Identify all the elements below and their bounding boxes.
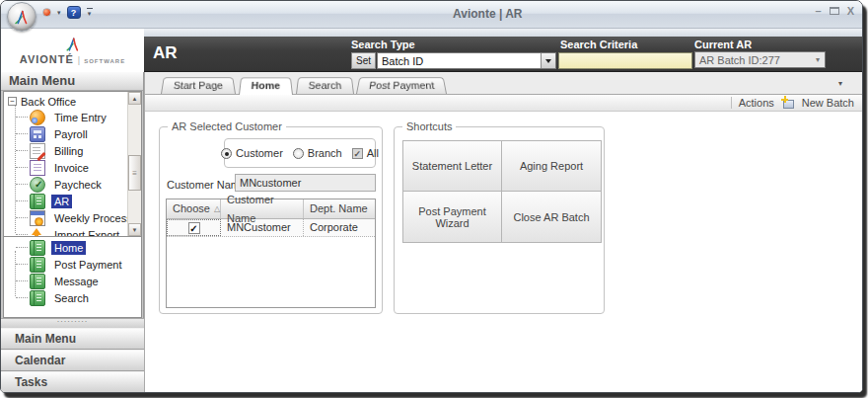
sidebar-item-message[interactable]: Message [4,273,141,289]
weekly-process-icon [30,210,45,226]
tree-root-back-office[interactable]: − Back Office [4,94,126,109]
actions-button[interactable]: Actions [739,97,774,109]
sidebar-item-search[interactable]: Search [4,289,141,306]
panel-tasks[interactable]: Tasks [1,371,144,393]
avionte-logo-icon [62,37,84,52]
sidebar-item-label: Message [51,275,102,288]
panel-main-menu[interactable]: Main Menu [1,328,144,350]
table-row[interactable]: ✓ MNCustomer Corporate [167,219,375,237]
radio-unselected-icon[interactable] [293,148,304,159]
column-header-choose[interactable]: Choose △ [167,199,221,218]
all-checkbox-label: All [367,147,379,159]
all-checkbox[interactable]: ✓ All [352,147,379,159]
current-ar-dropdown[interactable]: AR Batch ID:277 ▾ [694,51,826,68]
sidebar-item-label: Search [51,291,92,305]
window-controls: – X [816,5,854,17]
shortcut-buttons: Statement Letter Aging Report Post Payme… [402,140,602,243]
choose-cell[interactable]: ✓ [167,219,221,236]
column-header-label: Choose [173,199,210,218]
checkbox-checked-icon[interactable]: ✓ [188,222,200,234]
sidebar: Main Menu − Back Office Time Entry Payro… [1,72,144,393]
sidebar-splitter[interactable] [1,318,144,328]
tab-search[interactable]: Search [296,77,354,94]
statement-letter-button[interactable]: Statement Letter [402,140,502,192]
chevron-down-icon[interactable]: ▾ [57,9,61,16]
sidebar-item-home[interactable]: Home [4,239,141,256]
sidebar-item-label: Invoice [51,161,92,175]
search-type-dropdown[interactable]: Batch ID [377,52,556,69]
quick-access-toolbar: ▾ ? ▾ [42,6,93,19]
column-header-dept-name[interactable]: Dept. Name [304,199,375,218]
sidebar-item-payroll[interactable]: Payroll [4,125,126,142]
close-ar-batch-button[interactable]: Close AR Batch [501,191,602,243]
panel-calendar[interactable]: Calendar [1,350,144,371]
customer-radio[interactable]: Customer [221,147,283,159]
application-orb-button[interactable] [7,2,36,32]
group-title: AR Selected Customer [168,120,286,132]
column-header-customer-name[interactable]: Customer Name [221,199,304,218]
billing-icon [30,143,45,159]
search-criteria-label: Search Criteria [560,39,637,50]
customer-name-input[interactable] [235,174,376,192]
sidebar-item-label-selected: AR [51,195,72,208]
sidebar-item-paycheck[interactable]: Paycheck [4,176,126,193]
tab-home[interactable]: Home [239,77,293,95]
brand-panel: AVIONTÉ | SOFTWARE [1,29,144,72]
tab-list-dropdown-icon[interactable]: ▾ [838,79,842,88]
avionte-logo-icon [13,9,31,26]
app-window: ▾ ? ▾ Avionte | AR – X AVIONT [0,0,863,393]
checkbox-checked-icon[interactable]: ✓ [352,148,363,159]
screenshot-stage: ▾ ? ▾ Avionte | AR – X AVIONT [0,0,868,398]
brand-suffix: SOFTWARE [84,58,125,64]
table-header-row: Choose △ Customer Name Dept. Name [167,199,375,219]
customize-bar-icon [87,8,93,9]
customer-name-cell[interactable]: MNCustomer [221,219,304,236]
sidebar-item-ar[interactable]: AR [4,193,126,209]
sidebar-item-billing[interactable]: Billing [4,142,126,159]
collapse-expander-icon[interactable]: − [8,97,17,106]
help-button[interactable]: ? [67,6,81,19]
record-dot-icon[interactable] [42,8,51,17]
tab-post-payment[interactable]: Post Payment [356,77,447,94]
search-criteria-input[interactable] [558,52,692,69]
main-menu-tree: − Back Office Time Entry Payroll Billing [3,91,142,237]
post-payment-wizard-button[interactable]: Post Payment Wizard [402,191,502,243]
new-batch-icon [781,97,795,109]
sidebar-item-invoice[interactable]: Invoice [4,159,126,176]
group-title: Shortcuts [402,120,456,132]
sort-ascending-icon: △ [214,199,220,218]
main-area: Start Page Home Search Post Payment ▾ Ac… [144,72,862,393]
chevron-down-icon: ▾ [816,55,825,64]
close-button[interactable]: X [847,5,854,17]
dropdown-button[interactable] [541,53,555,68]
brand-divider: | [78,55,80,65]
invoice-icon [30,160,45,176]
sidebar-item-weekly-process[interactable]: Weekly Process [4,209,126,226]
sidebar-panel-stack: Main Menu Calendar Tasks [1,328,144,393]
current-ar-value: AR Batch ID:277 [695,54,816,66]
tree-scrollbar[interactable]: ▲ ≡ ▼ [127,92,141,236]
new-batch-button[interactable]: New Batch [802,97,854,109]
sidebar-item-label: Post Payment [51,258,124,272]
maximize-button[interactable] [830,7,839,15]
set-button[interactable]: Set [351,52,376,69]
shortcuts-group: Shortcuts Statement Letter Aging Report … [394,126,605,314]
dept-name-cell[interactable]: Corporate [304,219,375,236]
sidebar-item-time-entry[interactable]: Time Entry [4,109,126,125]
actions-toolbar: Actions New Batch [145,95,862,112]
radio-selected-icon[interactable] [221,148,232,159]
scroll-up-button[interactable]: ▲ [128,92,141,105]
branch-radio[interactable]: Branch [293,147,342,159]
scrollbar-thumb[interactable]: ≡ [128,155,141,191]
tab-start-page[interactable]: Start Page [161,77,236,94]
toolbar-separator [731,97,732,109]
tree-items: − Back Office Time Entry Payroll Billing [4,94,126,237]
customize-toolbar-button[interactable]: ▾ [87,8,93,17]
scroll-down-button[interactable]: ▼ [128,223,141,236]
aging-report-button[interactable]: Aging Report [501,140,602,192]
branch-radio-label: Branch [308,147,342,159]
minimize-button[interactable]: – [816,5,822,17]
payroll-icon [30,126,45,142]
sidebar-item-post-payment[interactable]: Post Payment [4,256,141,273]
brand-name: AVIONTÉ [20,53,74,65]
